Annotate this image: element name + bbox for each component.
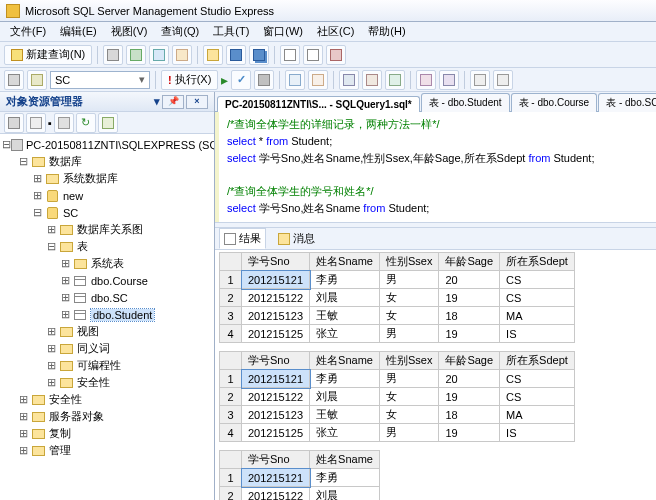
cell[interactable]: 201215125 bbox=[242, 325, 310, 343]
saveall-button[interactable] bbox=[249, 45, 269, 65]
views-node[interactable]: ⊞视图 bbox=[0, 323, 214, 340]
cell[interactable]: 张立 bbox=[310, 424, 380, 442]
stop-exp[interactable] bbox=[54, 113, 74, 133]
sysdb-node[interactable]: ⊞系统数据库 bbox=[0, 170, 214, 187]
replication-node[interactable]: ⊞复制 bbox=[0, 425, 214, 442]
menu-tools[interactable]: 工具(T) bbox=[207, 22, 255, 41]
col-header[interactable]: 年龄Sage bbox=[439, 253, 500, 271]
databases-node[interactable]: ⊟数据库 bbox=[0, 153, 214, 170]
tables-node[interactable]: ⊟表 bbox=[0, 238, 214, 255]
tab-sc[interactable]: 表 - dbo.SC bbox=[598, 93, 656, 112]
cell[interactable]: 男 bbox=[379, 325, 438, 343]
table-row[interactable]: 2201215122刘晨 bbox=[220, 487, 380, 501]
cell[interactable]: 女 bbox=[379, 388, 438, 406]
programmability-node[interactable]: ⊞可编程性 bbox=[0, 357, 214, 374]
table-row[interactable]: 2201215122刘晨女19CS bbox=[220, 388, 575, 406]
col-header[interactable]: 性别Ssex bbox=[379, 253, 438, 271]
table-row[interactable]: 1201215121李勇男20CS bbox=[220, 271, 575, 289]
tb-btn-1[interactable] bbox=[103, 45, 123, 65]
cell[interactable]: 王敏 bbox=[310, 406, 380, 424]
tb-change[interactable] bbox=[27, 70, 47, 90]
tab-student[interactable]: 表 - dbo.Student bbox=[421, 93, 510, 112]
cell[interactable]: 19 bbox=[439, 388, 500, 406]
refresh[interactable]: ↻ bbox=[76, 113, 96, 133]
col-header[interactable]: 年龄Sage bbox=[439, 352, 500, 370]
col-header[interactable]: 学号Sno bbox=[242, 451, 310, 469]
cell[interactable]: 20 bbox=[439, 271, 500, 289]
tb-q2[interactable] bbox=[308, 70, 328, 90]
cell[interactable]: 李勇 bbox=[310, 370, 380, 388]
cell[interactable]: 18 bbox=[439, 307, 500, 325]
cell[interactable]: 王敏 bbox=[310, 307, 380, 325]
tb-btn-3[interactable] bbox=[149, 45, 169, 65]
menu-community[interactable]: 社区(C) bbox=[311, 22, 360, 41]
menu-help[interactable]: 帮助(H) bbox=[362, 22, 411, 41]
pin-icon[interactable]: 📌 bbox=[162, 95, 184, 109]
cell[interactable]: 张立 bbox=[310, 325, 380, 343]
cell[interactable]: 201215121 bbox=[242, 271, 310, 289]
cell[interactable]: 刘晨 bbox=[310, 487, 380, 501]
table-row[interactable]: 1201215121李勇 bbox=[220, 469, 380, 487]
cell[interactable]: IS bbox=[500, 424, 575, 442]
cell[interactable]: 刘晨 bbox=[310, 388, 380, 406]
cell[interactable]: MA bbox=[500, 307, 575, 325]
tree[interactable]: ⊟PC-20150811ZNTI\SQLEXPRESS (SQL Ser ⊟数据… bbox=[0, 134, 214, 500]
results-pane[interactable]: 学号Sno姓名Sname性别Ssex年龄Sage所在系Sdept12012151… bbox=[215, 250, 656, 500]
cell[interactable]: 女 bbox=[379, 307, 438, 325]
sql-editor[interactable]: /*查询全体学生的详细记录，两种方法一样*/ select * from Stu… bbox=[215, 112, 656, 222]
cell[interactable]: MA bbox=[500, 406, 575, 424]
cell[interactable]: 男 bbox=[379, 370, 438, 388]
col-header[interactable]: 姓名Sname bbox=[310, 253, 380, 271]
cell[interactable]: 201215122 bbox=[242, 388, 310, 406]
col-header[interactable]: 所在系Sdept bbox=[500, 352, 575, 370]
cell[interactable]: 男 bbox=[379, 271, 438, 289]
cell[interactable]: IS bbox=[500, 325, 575, 343]
security-db-node[interactable]: ⊞安全性 bbox=[0, 374, 214, 391]
cell[interactable]: 19 bbox=[439, 325, 500, 343]
results-tab[interactable]: 结果 bbox=[219, 228, 266, 249]
tb-btn-activity[interactable] bbox=[326, 45, 346, 65]
menu-view[interactable]: 视图(V) bbox=[105, 22, 154, 41]
cell[interactable]: 刘晨 bbox=[310, 289, 380, 307]
table-row[interactable]: 1201215121李勇男20CS bbox=[220, 370, 575, 388]
cell[interactable]: CS bbox=[500, 388, 575, 406]
table-student[interactable]: ⊞dbo.Student bbox=[0, 306, 214, 323]
cell[interactable]: 18 bbox=[439, 406, 500, 424]
cell[interactable]: CS bbox=[500, 289, 575, 307]
cell[interactable]: 女 bbox=[379, 289, 438, 307]
tb-q6[interactable] bbox=[416, 70, 436, 90]
db-sc-node[interactable]: ⊟SC bbox=[0, 204, 214, 221]
open-file-button[interactable] bbox=[203, 45, 223, 65]
col-header[interactable]: 性别Ssex bbox=[379, 352, 438, 370]
table-row[interactable]: 4201215125张立男19IS bbox=[220, 424, 575, 442]
tb-q3[interactable] bbox=[339, 70, 359, 90]
col-header[interactable]: 学号Sno bbox=[242, 352, 310, 370]
execute-button[interactable]: ! 执行(X) bbox=[161, 70, 218, 90]
cell[interactable]: 19 bbox=[439, 289, 500, 307]
cell[interactable]: 201215122 bbox=[242, 289, 310, 307]
table-course[interactable]: ⊞dbo.Course bbox=[0, 272, 214, 289]
col-header[interactable]: 所在系Sdept bbox=[500, 253, 575, 271]
disconnect[interactable] bbox=[26, 113, 46, 133]
database-combo[interactable]: SC▾ bbox=[50, 71, 150, 89]
tab-course[interactable]: 表 - dbo.Course bbox=[511, 93, 598, 112]
tb-q4[interactable] bbox=[362, 70, 382, 90]
filter[interactable] bbox=[98, 113, 118, 133]
synonyms-node[interactable]: ⊞同义词 bbox=[0, 340, 214, 357]
menu-file[interactable]: 文件(F) bbox=[4, 22, 52, 41]
tb-q5[interactable] bbox=[385, 70, 405, 90]
col-header[interactable]: 学号Sno bbox=[242, 253, 310, 271]
table-row[interactable]: 3201215123王敏女18MA bbox=[220, 406, 575, 424]
tb-outdent[interactable] bbox=[493, 70, 513, 90]
cell[interactable]: 201215121 bbox=[242, 469, 310, 487]
cell[interactable]: 男 bbox=[379, 424, 438, 442]
col-header[interactable]: 姓名Sname bbox=[310, 451, 380, 469]
menu-query[interactable]: 查询(Q) bbox=[155, 22, 205, 41]
cell[interactable]: 20 bbox=[439, 370, 500, 388]
cell[interactable]: 19 bbox=[439, 424, 500, 442]
tb-q1[interactable] bbox=[285, 70, 305, 90]
menu-edit[interactable]: 编辑(E) bbox=[54, 22, 103, 41]
cell[interactable]: 201215122 bbox=[242, 487, 310, 501]
save-button[interactable] bbox=[226, 45, 246, 65]
tb-q7[interactable] bbox=[439, 70, 459, 90]
